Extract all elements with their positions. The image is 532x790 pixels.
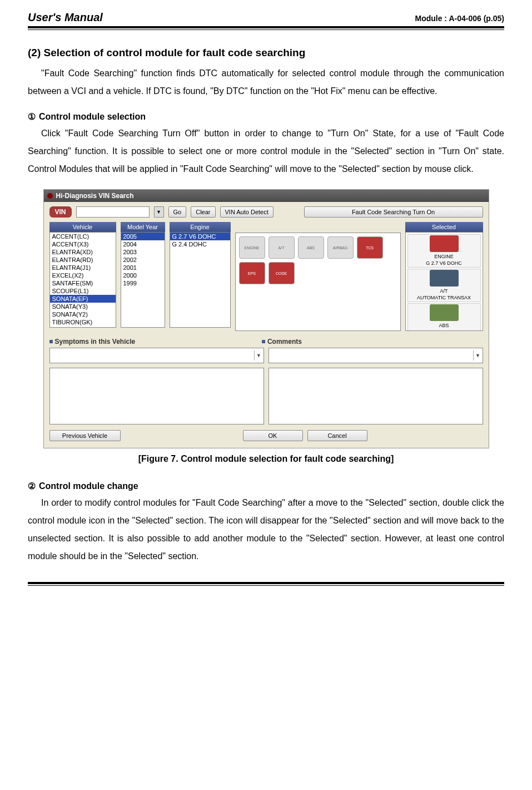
vehicle-column-header: Vehicle (49, 222, 116, 232)
module-icon[interactable]: CODE (269, 262, 295, 284)
list-item[interactable]: TIBURON(GK) (50, 318, 116, 326)
selected-column-header: Selected (405, 222, 483, 232)
module-mini-icon (430, 304, 459, 321)
module-mini-icon (430, 235, 459, 252)
model-year-listbox[interactable]: 2005200420032002200120001999 (121, 232, 165, 328)
symptoms-textarea[interactable] (49, 368, 264, 424)
selected-module-item[interactable]: A/TAUTOMATIC TRANSAX (407, 269, 481, 302)
list-item[interactable]: 2003 (121, 248, 165, 256)
list-item[interactable]: 2001 (121, 264, 165, 271)
module-id: Module : A-04-006 (p.05) (415, 14, 504, 23)
sub2-heading: ②Control module change (28, 481, 504, 491)
selected-module-sublabel: AUTOMATIC TRANSAX (410, 294, 478, 301)
list-item[interactable]: SCOUPE(L1) (50, 287, 116, 295)
dialog-title-text: Hi-Diagnosis VIN Search (56, 192, 134, 200)
list-item[interactable]: 1999 (121, 279, 165, 287)
previous-vehicle-button[interactable]: Previous Vehicle (49, 430, 121, 441)
cancel-button[interactable]: Cancel (307, 430, 367, 441)
module-icon[interactable]: A/T (269, 236, 295, 259)
sub2-body: In order to modify control modules for "… (28, 494, 504, 565)
engine-listbox[interactable]: G 2.7 V6 DOHCG 2.4 DOHC (170, 232, 231, 328)
header-divider (28, 26, 504, 30)
selected-module-sublabel: G 2.7 V6 DOHC (410, 260, 478, 266)
list-item[interactable]: SANTAFE(SM) (50, 279, 116, 287)
module-icon[interactable]: TCS (357, 236, 383, 259)
module-icon[interactable]: AIRBAG (327, 236, 354, 259)
intro-paragraph: "Fault Code Searching" function finds DT… (28, 65, 504, 100)
sub2-title: Control module change (39, 481, 138, 491)
selected-module-label: ENGINE (410, 253, 478, 260)
bullet-icon (262, 340, 265, 343)
sub1-body: Click "Fault Code Searching Turn Off" bu… (28, 125, 504, 178)
vehicle-listbox[interactable]: ACCENT(LC)ACCENT(X3)ELANTRA(XD)ELANTRA(R… (49, 232, 116, 328)
symptoms-dropdown-1[interactable]: ▼ (49, 348, 264, 363)
list-item[interactable]: ACCENT(X3) (50, 240, 116, 248)
symptoms-dropdown-2[interactable]: ▼ (269, 348, 483, 363)
selected-module-label: ABS (410, 322, 478, 329)
module-icon[interactable]: EPS (239, 262, 265, 284)
comments-textarea[interactable] (269, 368, 483, 424)
module-icon-panel[interactable]: ENGINEA/TABSAIRBAGTCSEPSCODE (235, 233, 401, 331)
fault-code-toggle-button[interactable]: Fault Code Searching Turn On (304, 206, 483, 218)
symptoms-label: Symptoms in this Vehicle (55, 338, 136, 345)
doc-title: User's Manual (28, 11, 103, 24)
list-item[interactable]: ACCENT(LC) (50, 233, 116, 240)
footer-divider (28, 582, 504, 586)
dialog-titlebar: Hi-Diagnosis VIN Search (44, 190, 489, 202)
list-item[interactable]: SONATA(Y2) (50, 310, 116, 318)
vin-input[interactable] (76, 206, 150, 218)
list-item[interactable]: ELANTRA(XD) (50, 248, 116, 256)
app-icon (47, 193, 53, 199)
engine-column-header: Engine (170, 222, 231, 232)
selected-module-label: A/T (410, 288, 478, 294)
section-heading: (2) Selection of control module for faul… (28, 47, 504, 59)
selected-listbox[interactable]: ENGINEG 2.7 V6 DOHCA/TAUTOMATIC TRANSAXA… (405, 232, 483, 331)
vin-dropdown-arrow[interactable]: ▼ (154, 206, 164, 218)
list-item[interactable]: G 2.4 DOHC (170, 240, 230, 248)
ok-button[interactable]: OK (243, 430, 303, 441)
embedded-dialog: Hi-Diagnosis VIN Search VIN ▼ Go Clear V… (43, 189, 489, 448)
vin-badge: VIN (49, 206, 72, 218)
module-mini-icon (430, 270, 459, 287)
comments-label: Comments (267, 338, 302, 345)
model-year-column-header: Model Year (121, 222, 165, 232)
list-item[interactable]: SONATA(EF) (50, 295, 116, 303)
selected-module-item[interactable]: ENGINEG 2.7 V6 DOHC (407, 234, 481, 268)
bullet-icon (49, 340, 53, 343)
list-item[interactable]: ELANTRA(RD) (50, 256, 116, 264)
sub1-heading: ①Control module selection (28, 111, 504, 122)
circle-number-1: ① (28, 111, 36, 122)
sub1-title: Control module selection (39, 112, 146, 121)
list-item[interactable]: TIBURON(RC) (50, 326, 116, 328)
vin-auto-detect-button[interactable]: VIN Auto Detect (220, 206, 274, 218)
go-button[interactable]: Go (168, 206, 187, 218)
list-item[interactable]: 2004 (121, 240, 165, 248)
figure-caption: [Figure 7. Control module selection for … (28, 454, 504, 464)
list-item[interactable]: 2002 (121, 256, 165, 264)
clear-button[interactable]: Clear (191, 206, 215, 218)
list-item[interactable]: ELANTRA(J1) (50, 264, 116, 271)
selected-module-item[interactable]: ABSANTI-LOCK BRAKE SY (407, 303, 481, 331)
list-item[interactable]: G 2.7 V6 DOHC (170, 233, 230, 240)
module-icon[interactable]: ENGINE (239, 236, 265, 259)
selected-module-sublabel: ANTI-LOCK BRAKE SY (410, 329, 478, 331)
list-item[interactable]: 2000 (121, 271, 165, 279)
list-item[interactable]: SONATA(Y3) (50, 303, 116, 310)
list-item[interactable]: 2005 (121, 233, 165, 240)
circle-number-2: ② (28, 481, 36, 491)
list-item[interactable]: EXCEL(X2) (50, 271, 116, 279)
module-icon[interactable]: ABS (298, 236, 324, 259)
